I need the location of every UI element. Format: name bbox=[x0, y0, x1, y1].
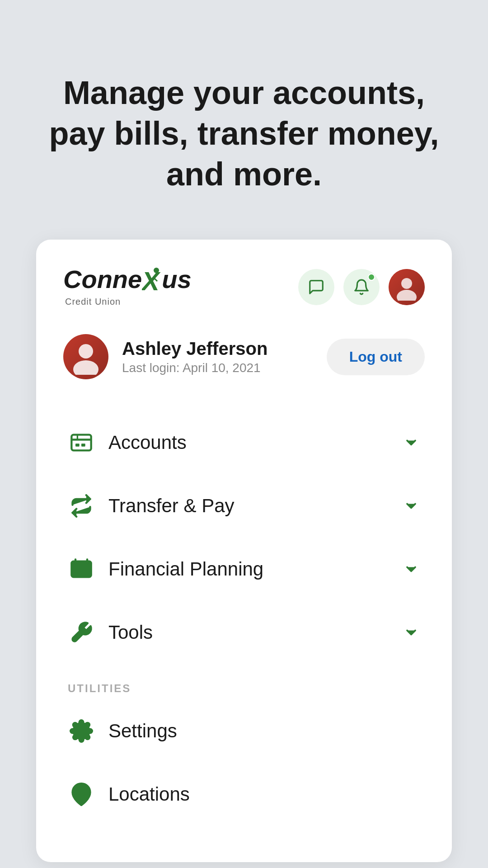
header-icons bbox=[298, 269, 425, 305]
menu-list: Accounts Transfer & Pay bbox=[63, 411, 425, 826]
financial-planning-chevron bbox=[402, 560, 420, 578]
tools-label: Tools bbox=[108, 622, 389, 643]
settings-label: Settings bbox=[108, 720, 420, 742]
financial-planning-icon bbox=[68, 556, 95, 583]
app-card: Conne X us Credit Union bbox=[36, 240, 452, 862]
user-info: Ashley Jefferson Last login: April 10, 2… bbox=[63, 334, 267, 379]
user-name: Ashley Jefferson bbox=[122, 339, 267, 359]
menu-item-financial-planning[interactable]: Financial Planning bbox=[63, 538, 425, 601]
hero-title: Manage your accounts, pay bills, transfe… bbox=[36, 72, 452, 194]
user-avatar-image bbox=[68, 339, 104, 375]
utilities-section: UTILITIES Settings bbox=[63, 673, 425, 826]
header-avatar-button[interactable] bbox=[389, 269, 425, 305]
transfer-pay-label: Transfer & Pay bbox=[108, 495, 389, 517]
svg-point-1 bbox=[154, 268, 159, 273]
hero-section: Manage your accounts, pay bills, transfe… bbox=[0, 0, 488, 240]
user-last-login: Last login: April 10, 2021 bbox=[122, 361, 267, 375]
tools-chevron bbox=[402, 623, 420, 642]
menu-item-locations[interactable]: Locations bbox=[63, 763, 425, 826]
avatar-image bbox=[393, 274, 420, 301]
svg-rect-9 bbox=[71, 435, 91, 451]
svg-point-5 bbox=[401, 278, 412, 289]
accounts-label: Accounts bbox=[108, 432, 389, 453]
user-row: Ashley Jefferson Last login: April 10, 2… bbox=[63, 334, 425, 384]
svg-point-14 bbox=[79, 789, 84, 795]
svg-rect-12 bbox=[71, 561, 91, 577]
menu-item-accounts[interactable]: Accounts bbox=[63, 411, 425, 474]
notification-button[interactable] bbox=[343, 269, 380, 305]
message-icon bbox=[308, 278, 325, 296]
bell-icon bbox=[353, 278, 370, 296]
logo: Conne X us Credit Union bbox=[63, 267, 192, 307]
logo-us: us bbox=[162, 267, 191, 292]
logo-credit-union: Credit Union bbox=[65, 297, 121, 307]
utilities-label: UTILITIES bbox=[63, 673, 425, 699]
logo-x-icon: X bbox=[142, 267, 162, 294]
logo-main: Conne X us bbox=[63, 267, 192, 296]
svg-point-7 bbox=[79, 344, 93, 359]
accounts-icon bbox=[68, 429, 95, 456]
svg-rect-11 bbox=[81, 443, 85, 447]
user-avatar-large bbox=[63, 334, 108, 379]
transfer-pay-chevron bbox=[402, 497, 420, 515]
financial-planning-label: Financial Planning bbox=[108, 558, 389, 580]
menu-item-settings[interactable]: Settings bbox=[63, 699, 425, 763]
svg-rect-10 bbox=[75, 443, 80, 447]
menu-item-tools[interactable]: Tools bbox=[63, 601, 425, 664]
notification-dot bbox=[368, 274, 375, 281]
settings-icon bbox=[68, 717, 95, 745]
locations-icon bbox=[68, 781, 95, 808]
message-button[interactable] bbox=[298, 269, 334, 305]
svg-point-6 bbox=[397, 290, 417, 301]
card-header: Conne X us Credit Union bbox=[63, 267, 425, 307]
user-details: Ashley Jefferson Last login: April 10, 2… bbox=[122, 339, 267, 375]
menu-item-transfer-pay[interactable]: Transfer & Pay bbox=[63, 474, 425, 538]
accounts-chevron bbox=[402, 434, 420, 452]
tools-icon bbox=[68, 619, 95, 646]
header-avatar bbox=[389, 269, 425, 305]
transfer-pay-icon bbox=[68, 492, 95, 519]
locations-label: Locations bbox=[108, 783, 420, 805]
logo-conne: Conne bbox=[63, 267, 142, 292]
logout-button[interactable]: Log out bbox=[327, 339, 425, 375]
svg-point-8 bbox=[73, 360, 99, 375]
logo-x: X bbox=[142, 267, 162, 296]
